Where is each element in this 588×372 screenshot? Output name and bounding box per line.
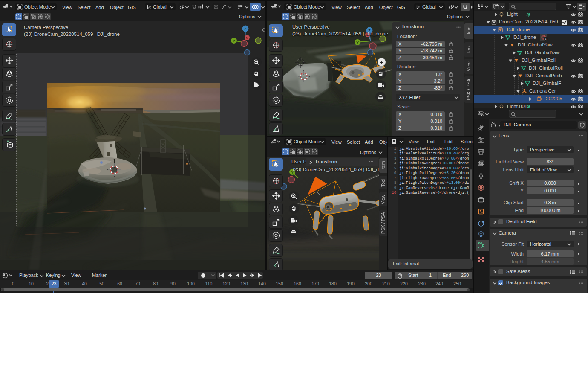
- svg-text:Y: Y: [233, 39, 235, 43]
- svg-text:Z: Z: [244, 27, 247, 31]
- svg-text:Y: Y: [356, 41, 359, 45]
- svg-text:X: X: [246, 36, 248, 40]
